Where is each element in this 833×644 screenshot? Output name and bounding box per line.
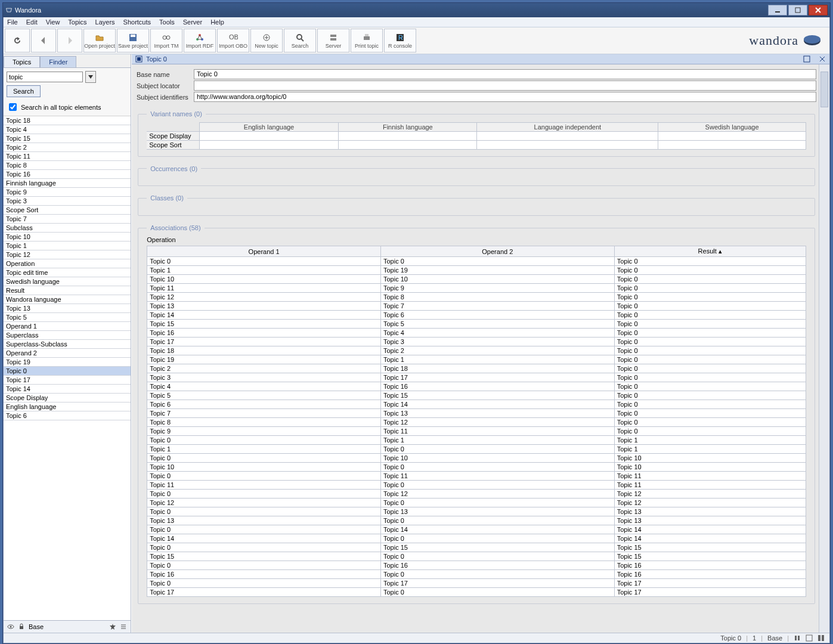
list-item[interactable]: Topic 2 [4, 143, 131, 152]
vertical-scrollbar[interactable] [819, 64, 829, 633]
variant-cell[interactable] [199, 140, 339, 149]
table-row[interactable]: Topic 3Topic 17Topic 0 [147, 373, 806, 382]
search-dropdown[interactable] [85, 71, 96, 83]
table-row[interactable]: Topic 0Topic 13Topic 13 [147, 507, 806, 516]
list-item[interactable]: Scope Sort [4, 206, 131, 215]
variant-cell[interactable] [339, 131, 477, 140]
editor-close-icon[interactable] [819, 55, 826, 63]
assoc-header[interactable]: Operand 2 [380, 246, 614, 257]
list-item[interactable]: Topic 3 [4, 197, 131, 206]
list-item[interactable]: Topic 11 [4, 152, 131, 161]
variant-table[interactable]: English languageFinnish languageLanguage… [147, 122, 806, 150]
toolbar-import-rdf[interactable]: Import RDF [184, 29, 216, 52]
menu-shortcuts[interactable]: Shortcuts [123, 18, 151, 26]
subject-identifiers-field[interactable]: http://www.wandora.org/topic/0 [194, 92, 816, 102]
list-item[interactable]: Topic 9 [4, 188, 131, 197]
toolbar-forward[interactable] [57, 29, 82, 52]
list-item[interactable]: Topic 12 [4, 250, 131, 259]
table-row[interactable]: Topic 0Topic 17Topic 17 [147, 579, 806, 588]
menu-help[interactable]: Help [210, 18, 224, 26]
table-row[interactable]: Topic 8Topic 12Topic 0 [147, 418, 806, 427]
table-row[interactable]: Topic 11Topic 0Topic 11 [147, 481, 806, 490]
list-item[interactable]: Wandora language [4, 295, 131, 304]
tab-topics[interactable]: Topics [4, 56, 40, 67]
table-row[interactable]: Topic 0Topic 0Topic 0 [147, 257, 806, 266]
list-item[interactable]: Topic 13 [4, 304, 131, 313]
table-row[interactable]: Topic 2Topic 18Topic 0 [147, 364, 806, 373]
table-row[interactable]: Topic 5Topic 15Topic 0 [147, 391, 806, 400]
list-item[interactable]: Topic 8 [4, 161, 131, 170]
toolbar-import-obo[interactable]: OBOImport OBO [217, 29, 249, 52]
table-row[interactable]: Topic 17Topic 0Topic 17 [147, 588, 806, 597]
table-row[interactable]: Topic 10Topic 10Topic 0 [147, 275, 806, 284]
search-input[interactable] [7, 72, 83, 82]
table-row[interactable]: Topic 14Topic 0Topic 14 [147, 534, 806, 543]
menu-view[interactable]: View [46, 18, 60, 26]
list-item[interactable]: Subclass [4, 224, 131, 233]
table-row[interactable]: Topic 0Topic 10Topic 10 [147, 454, 806, 463]
table-row[interactable]: Topic 4Topic 16Topic 0 [147, 382, 806, 391]
toolbar-r-console[interactable]: RR console [384, 29, 416, 52]
table-row[interactable]: Topic 19Topic 1Topic 0 [147, 355, 806, 364]
variant-cell[interactable] [199, 131, 339, 140]
toolbar-back[interactable] [31, 29, 56, 52]
list-item[interactable]: Topic 14 [4, 385, 131, 394]
table-row[interactable]: Topic 16Topic 0Topic 16 [147, 570, 806, 579]
base-name-field[interactable]: Topic 0 [194, 69, 816, 79]
list-item[interactable]: Operand 1 [4, 322, 131, 331]
toolbar-search[interactable]: Search [284, 29, 316, 52]
list-item[interactable]: Result [4, 286, 131, 295]
close-button[interactable] [809, 5, 828, 16]
menu-layers[interactable]: Layers [95, 18, 115, 26]
table-row[interactable]: Topic 0Topic 16Topic 16 [147, 561, 806, 570]
list-item[interactable]: Superclass-Subclass [4, 340, 131, 349]
list-item[interactable]: Topic 4 [4, 125, 131, 134]
list-item[interactable]: Topic 16 [4, 170, 131, 179]
toolbar-new-topic[interactable]: New topic [250, 29, 283, 52]
variant-cell[interactable] [477, 131, 658, 140]
table-row[interactable]: Topic 12Topic 8Topic 0 [147, 293, 806, 302]
table-row[interactable]: Topic 0Topic 11Topic 11 [147, 472, 806, 481]
editor-max-icon[interactable] [803, 55, 810, 63]
table-row[interactable]: Topic 12Topic 0Topic 12 [147, 499, 806, 507]
table-row[interactable]: Topic 7Topic 13Topic 0 [147, 409, 806, 418]
list-item[interactable]: Topic edit time [4, 268, 131, 277]
table-row[interactable]: Topic 16Topic 4Topic 0 [147, 329, 806, 338]
table-row[interactable]: Topic 14Topic 6Topic 0 [147, 311, 806, 320]
variant-cell[interactable] [477, 140, 658, 149]
list-item[interactable]: Topic 7 [4, 215, 131, 224]
list-item[interactable]: Topic 10 [4, 233, 131, 242]
list-item[interactable]: Swedish language [4, 277, 131, 286]
search-button[interactable]: Search [7, 85, 41, 97]
assoc-header[interactable]: Operand 1 [147, 246, 381, 257]
menu-tools[interactable]: Tools [159, 18, 175, 26]
scrollbar-thumb[interactable] [820, 72, 828, 107]
table-row[interactable]: Topic 9Topic 11Topic 0 [147, 427, 806, 436]
menu-server[interactable]: Server [183, 18, 202, 26]
list-item[interactable]: Finnish language [4, 179, 131, 188]
toolbar-refresh[interactable] [5, 29, 30, 52]
list-item[interactable]: Topic 5 [4, 313, 131, 322]
result-list[interactable]: Topic 18Topic 4Topic 15Topic 2Topic 11To… [4, 116, 131, 620]
tab-finder[interactable]: Finder [40, 56, 76, 67]
variant-cell[interactable] [658, 131, 806, 140]
status-icon-3[interactable] [817, 634, 825, 642]
minimize-button[interactable] [768, 5, 787, 16]
table-row[interactable]: Topic 0Topic 15Topic 15 [147, 543, 806, 552]
table-row[interactable]: Topic 10Topic 0Topic 10 [147, 463, 806, 472]
titlebar[interactable]: Wandora [3, 3, 830, 17]
table-row[interactable]: Topic 1Topic 19Topic 0 [147, 266, 806, 275]
status-icon-1[interactable] [794, 634, 801, 642]
variant-cell[interactable] [658, 140, 806, 149]
list-item[interactable]: Scope Display [4, 394, 131, 402]
menu-file[interactable]: File [7, 18, 18, 26]
list-item[interactable]: Operand 2 [4, 349, 131, 358]
table-row[interactable]: Topic 1Topic 0Topic 1 [147, 445, 806, 454]
table-row[interactable]: Topic 6Topic 14Topic 0 [147, 400, 806, 409]
table-row[interactable]: Topic 13Topic 0Topic 13 [147, 516, 806, 525]
list-item[interactable]: Topic 0 [4, 367, 131, 376]
table-row[interactable]: Topic 18Topic 2Topic 0 [147, 346, 806, 355]
toolbar-save[interactable]: Save project [117, 29, 149, 52]
star-icon[interactable] [109, 623, 116, 630]
assoc-header[interactable]: Result ▴ [614, 246, 806, 257]
